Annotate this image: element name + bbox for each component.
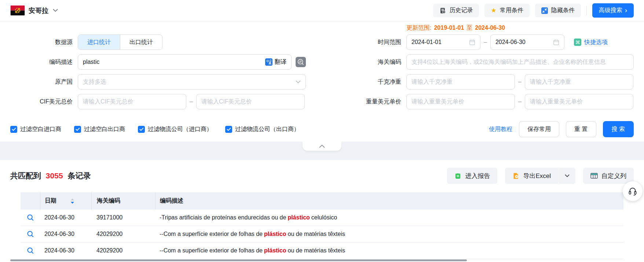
row-actions-cell — [21, 230, 40, 238]
cif-min-field — [78, 94, 186, 109]
description-header-label: 编码描述 — [160, 197, 183, 205]
start-date-picker[interactable]: 2024-01-01 — [406, 34, 480, 50]
net-weight-max-input[interactable] — [530, 79, 628, 85]
tab-export-stats[interactable]: 出口统计 — [120, 35, 162, 50]
save-favorite-button[interactable]: 保存常用 — [519, 121, 559, 137]
magnifier-icon[interactable] — [27, 214, 34, 221]
checkbox-label: 过滤空白出口商 — [84, 125, 125, 133]
unit-price-max-input[interactable] — [530, 98, 628, 105]
origin-placeholder: 支持多选 — [83, 78, 106, 86]
checkbox-checked-icon — [138, 126, 145, 133]
origin-country-label: 原产国 — [10, 78, 73, 86]
favorites-button[interactable]: ★ 常用条件 — [484, 4, 529, 17]
table-header-date[interactable]: 日期 — [40, 192, 91, 210]
export-excel-label: 导出Excel — [523, 172, 551, 180]
net-weight-label: 千克净重 — [355, 78, 401, 86]
search-button[interactable]: 搜 索 — [603, 121, 634, 137]
date-header-label: 日期 — [45, 197, 56, 205]
update-range-label: 更新范围: — [406, 24, 431, 32]
country-name: 安哥拉 — [29, 6, 48, 15]
range-dash: – — [518, 79, 522, 85]
chevron-down-icon — [565, 174, 570, 177]
report-icon — [454, 172, 461, 179]
table-columns-icon — [590, 172, 598, 179]
export-excel-button[interactable]: 导出Excel — [505, 168, 558, 184]
hs-code-cell: 39171000 — [91, 214, 155, 221]
tab-import-stats[interactable]: 进口统计 — [78, 35, 120, 50]
magnifier-icon[interactable] — [27, 230, 34, 238]
hs-code-row: 海关编码 — [355, 54, 634, 70]
checkbox-filter-logistics-exporter[interactable]: 过滤物流公司（出口商） — [225, 125, 300, 133]
description-highlight: plástico — [288, 214, 310, 221]
net-weight-min-field — [406, 74, 515, 90]
results-count-value: 3055 — [46, 171, 63, 180]
filter-column-left: 数据源 进口统计 出口统计 编码描述 中A 翻译 — [10, 23, 306, 114]
custom-columns-button[interactable]: 自定义列 — [583, 168, 634, 184]
checkbox-checked-icon — [10, 126, 17, 133]
hs-code-input[interactable] — [411, 59, 629, 65]
checkbox-filter-blank-importer[interactable]: 过滤空白进口商 — [10, 125, 61, 133]
date-cell: 2024-06-30 — [40, 231, 91, 237]
description-text: ou de matérias têxteis — [288, 231, 345, 237]
chevron-right-icon: › — [625, 7, 627, 14]
quick-options-label: 快捷选项 — [584, 39, 608, 46]
magnifier-icon[interactable] — [27, 247, 34, 254]
checkbox-label: 过滤空白进口商 — [20, 125, 61, 133]
time-range-row: 时间范围 2024-01-01 – 2024-06-30 ⌘ 快捷选项 — [355, 34, 634, 50]
similar-search-icon[interactable] — [296, 57, 306, 68]
reset-button[interactable]: 重 置 — [566, 121, 596, 137]
history-button[interactable]: 历史记录 — [433, 4, 479, 17]
row-actions-cell — [21, 214, 40, 221]
sort-icon[interactable] — [70, 198, 74, 204]
range-dash: – — [518, 98, 522, 105]
export-excel-group: 导出Excel — [505, 168, 575, 184]
unit-price-min-field — [406, 94, 515, 109]
description-highlight: plástico — [264, 231, 286, 237]
net-weight-min-input[interactable] — [411, 79, 510, 85]
results-table: 日期 海关编码 编码描述 2024-06-30 39171000 — [21, 192, 623, 259]
country-selector[interactable]: 安哥拉 — [10, 6, 58, 15]
checkbox-checked-icon — [74, 126, 81, 133]
collapse-panel-handle[interactable] — [303, 142, 341, 151]
tutorial-link[interactable]: 使用教程 — [489, 125, 512, 133]
end-date-picker[interactable]: 2024-06-30 — [490, 34, 564, 50]
hide-conditions-button[interactable]: 隐藏条件 — [535, 4, 581, 17]
update-range-to: 至 — [466, 24, 472, 32]
data-source-tabs: 进口统计 出口统计 — [78, 34, 162, 50]
update-range-line: 更新范围: 2019-01-01 至 2024-06-30 — [355, 23, 634, 32]
cif-max-input[interactable] — [201, 98, 300, 105]
advanced-search-button[interactable]: 高级搜索 › — [592, 3, 634, 18]
data-source-row: 数据源 进口统计 出口统计 — [10, 34, 306, 50]
svg-text:A: A — [268, 61, 271, 65]
translate-button[interactable]: 中A 翻译 — [265, 58, 286, 66]
chevron-up-icon — [319, 145, 325, 148]
results-section: 共匹配到 3055 条记录 进入报告 导出Excel — [0, 160, 644, 259]
checkbox-filter-blank-exporter[interactable]: 过滤空白出口商 — [74, 125, 125, 133]
custom-columns-label: 自定义列 — [601, 172, 626, 180]
cif-min-input[interactable] — [83, 98, 181, 105]
net-weight-row: 千克净重 – — [355, 74, 634, 90]
date-cell: 2024-06-30 — [40, 247, 91, 254]
code-description-row: 编码描述 中A 翻译 — [10, 54, 306, 70]
origin-country-select[interactable]: 支持多选 — [78, 74, 306, 90]
history-label: 历史记录 — [449, 7, 473, 14]
cif-max-field — [196, 94, 305, 109]
hs-code-cell: 42029200 — [91, 231, 155, 237]
quick-options-link[interactable]: ⌘ 快捷选项 — [574, 39, 608, 46]
horizontal-scrollbar[interactable] — [10, 259, 467, 261]
export-options-caret[interactable] — [559, 168, 575, 184]
code-description-label: 编码描述 — [10, 58, 73, 66]
enter-report-button[interactable]: 进入报告 — [447, 168, 497, 184]
star-icon: ★ — [491, 7, 496, 14]
table-row: 2024-06-30 39171000 -Tripas artificiais … — [21, 210, 623, 226]
code-description-input[interactable] — [83, 59, 265, 65]
start-date-value: 2024-01-01 — [411, 39, 442, 46]
checkbox-filter-logistics-importer[interactable]: 过滤物流公司（进口商） — [138, 125, 212, 133]
topbar-actions: 历史记录 ★ 常用条件 隐藏条件 高级搜索 › — [433, 3, 634, 18]
results-count-title: 共匹配到 3055 条记录 — [10, 171, 91, 181]
results-header: 共匹配到 3055 条记录 进入报告 导出Excel — [10, 167, 634, 184]
customer-service-fab[interactable] — [623, 181, 643, 201]
calendar-icon — [469, 39, 475, 46]
unit-price-min-input[interactable] — [411, 98, 510, 105]
angola-flag-icon — [10, 6, 25, 15]
